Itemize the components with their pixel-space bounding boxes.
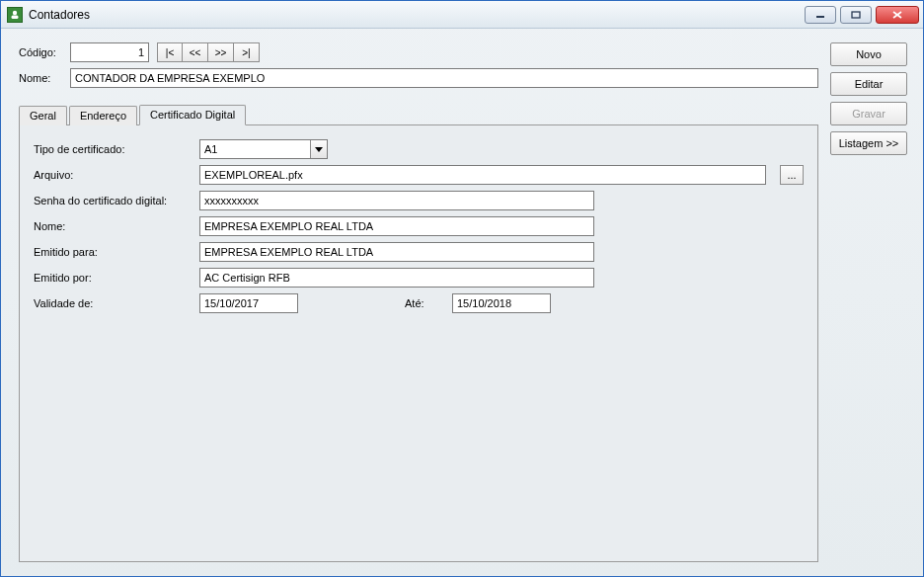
editar-button[interactable]: Editar [830,72,907,96]
close-icon [892,11,902,19]
nav-prev-button[interactable]: << [183,42,208,62]
minimize-icon [815,11,825,19]
cert-nome-row: Nome: EMPRESA EXEMPLO REAL LTDA [34,216,804,236]
validade-de-value: 15/10/2017 [204,297,259,309]
emitido-para-label: Emitido para: [34,246,192,258]
novo-button[interactable]: Novo [830,42,907,66]
emitido-por-label: Emitido por: [34,272,192,284]
cert-nome-label: Nome: [34,220,192,232]
arquivo-label: Arquivo: [34,169,192,181]
nav-first-button[interactable]: |< [157,42,183,62]
close-button[interactable] [876,6,919,24]
app-window: Contadores Código: |< << >> [0,0,924,577]
client-area: Código: |< << >> >| Nome: Geral Endereço… [1,29,923,576]
senha-value: xxxxxxxxxx [204,195,259,206]
tab-strip: Geral Endereço Certificado Digital [19,104,818,124]
svg-rect-1 [12,15,19,19]
listagem-button[interactable]: Listagem >> [830,131,907,155]
validade-de-field: 15/10/2017 [199,293,298,313]
emitido-por-field: AC Certisign RFB [199,268,594,288]
emitido-para-field: EMPRESA EXEMPLO REAL LTDA [199,242,594,262]
tab-panel-certificado: Tipo de certificado: A1 Arquivo: EXEMPLO… [19,124,818,562]
window-controls [805,6,919,24]
minimize-button[interactable] [805,6,836,24]
cert-nome-value: EMPRESA EXEMPLO REAL LTDA [204,220,373,232]
codigo-input[interactable] [70,42,149,62]
codigo-label: Código: [19,46,62,58]
nome-input[interactable] [70,68,818,88]
nav-last-button[interactable]: >| [234,42,260,62]
titlebar: Contadores [1,1,923,29]
tab-certificado-digital[interactable]: Certificado Digital [139,105,246,125]
validade-ate-value: 15/10/2018 [457,297,511,309]
validade-ate-field: 15/10/2018 [452,293,551,313]
senha-row: Senha do certificado digital: xxxxxxxxxx [34,191,804,210]
arquivo-value: EXEMPLOREAL.pfx [204,169,303,181]
chevron-down-icon [310,140,327,158]
gravar-button[interactable]: Gravar [830,102,907,125]
nav-next-button[interactable]: >> [208,42,234,62]
tab-endereco[interactable]: Endereço [69,106,137,125]
emitido-por-row: Emitido por: AC Certisign RFB [34,268,804,288]
emitido-para-row: Emitido para: EMPRESA EXEMPLO REAL LTDA [34,242,804,262]
arquivo-row: Arquivo: EXEMPLOREAL.pfx ... [34,165,804,185]
emitido-para-value: EMPRESA EXEMPLO REAL LTDA [204,246,373,258]
main-panel: Código: |< << >> >| Nome: Geral Endereço… [19,42,818,562]
tab-geral[interactable]: Geral [19,106,67,125]
arquivo-field[interactable]: EXEMPLOREAL.pfx [199,165,766,185]
validade-ate-label: Até: [405,297,444,309]
tipo-certificado-select[interactable]: A1 [199,139,328,159]
nome-row: Nome: [19,68,818,88]
browse-button[interactable]: ... [780,165,804,185]
validade-row: Validade de: 15/10/2017 Até: 15/10/2018 [34,293,804,313]
codigo-row: Código: |< << >> >| [19,42,818,62]
emitido-por-value: AC Certisign RFB [204,272,290,284]
senha-field[interactable]: xxxxxxxxxx [199,191,594,210]
side-panel: Novo Editar Gravar Listagem >> [830,42,907,562]
window-title: Contadores [29,8,90,22]
record-nav: |< << >> >| [157,42,260,62]
app-icon [7,7,23,23]
senha-label: Senha do certificado digital: [34,195,192,206]
svg-rect-3 [852,12,860,18]
svg-point-0 [13,10,17,14]
tipo-certificado-value: A1 [204,143,217,155]
cert-nome-field: EMPRESA EXEMPLO REAL LTDA [199,216,594,236]
tipo-certificado-row: Tipo de certificado: A1 [34,139,804,159]
maximize-icon [851,11,861,19]
maximize-button[interactable] [840,6,872,24]
nome-label: Nome: [19,72,62,84]
svg-rect-2 [816,16,824,18]
validade-de-label: Validade de: [34,297,192,309]
tipo-certificado-label: Tipo de certificado: [34,143,192,155]
